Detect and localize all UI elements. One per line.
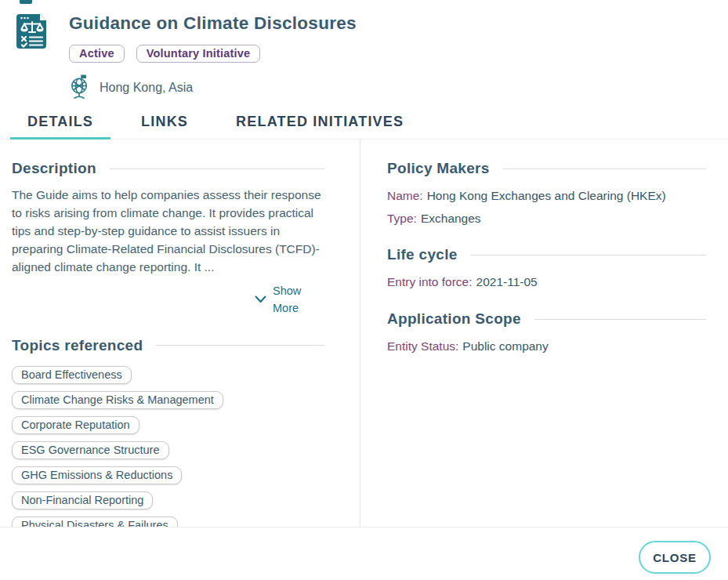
right-column: Policy Makers Name:Hong Kong Exchanges a… [360, 140, 728, 535]
guidance-document-icon [16, 13, 48, 50]
field-label: Type: [387, 212, 417, 225]
location-row: Hong Kong, Asia [69, 74, 357, 100]
tab-links[interactable]: LINKS [124, 109, 205, 140]
content: Description The Guide aims to help compa… [0, 140, 728, 535]
topic-chip-list: Board Effectiveness Climate Change Risks… [12, 366, 324, 535]
topic-chip[interactable]: GHG Emissions & Reductions [12, 466, 182, 484]
policy-makers-heading: Policy Makers [387, 160, 706, 177]
field-value: Public company [462, 339, 548, 353]
page-title: Guidance on Climate Disclosures [69, 13, 357, 34]
globe-icon [69, 74, 90, 100]
field-value: Hong Kong Exchanges and Clearing (HKEx) [427, 189, 666, 202]
field-value: 2021-11-05 [476, 275, 538, 288]
show-more-row: Show More [12, 282, 324, 317]
field-value: Exchanges [421, 212, 481, 225]
topic-chip[interactable]: Climate Change Risks & Management [12, 391, 223, 409]
topic-chip[interactable]: Board Effectiveness [12, 366, 132, 384]
status-badge: Active [69, 45, 125, 63]
detail-panel: Guidance on Climate Disclosures Active V… [0, 0, 728, 580]
tab-details[interactable]: DETAILS [10, 109, 110, 140]
field-entity-status: Entity Status:Public company [387, 335, 706, 358]
life-cycle-heading: Life cycle [387, 246, 706, 263]
life-cycle-fields: Entry into force:2021-11-05 [387, 271, 706, 294]
header-main: Guidance on Climate Disclosures Active V… [69, 11, 357, 100]
application-scope-heading: Application Scope [387, 310, 706, 328]
field-entry-into-force: Entry into force:2021-11-05 [387, 271, 706, 294]
topic-chip[interactable]: ESG Governance Structure [12, 441, 169, 459]
clipped-icon-fragment [20, 0, 32, 4]
tab-bar: DETAILS LINKS RELATED INITIATIVES [0, 109, 728, 140]
field-label: Name: [387, 189, 423, 202]
field-label: Entity Status: [387, 339, 458, 353]
type-badge: Voluntary Initiative [136, 45, 261, 63]
close-button[interactable]: CLOSE [639, 541, 711, 574]
topic-chip[interactable]: Non-Financial Reporting [12, 491, 153, 509]
description-heading: Description [12, 160, 324, 177]
field-type: Type:Exchanges [387, 208, 706, 230]
description-text: The Guide aims to help companies assess … [12, 187, 324, 277]
footer: CLOSE [0, 527, 728, 580]
show-more-label: Show More [273, 282, 307, 317]
application-scope-fields: Entity Status:Public company [387, 335, 706, 358]
chevron-down-icon [255, 295, 266, 303]
field-name: Name:Hong Kong Exchanges and Clearing (H… [387, 185, 706, 208]
policy-makers-fields: Name:Hong Kong Exchanges and Clearing (H… [387, 185, 706, 230]
field-label: Entry into force: [387, 275, 473, 288]
left-column: Description The Guide aims to help compa… [0, 140, 360, 535]
location-text: Hong Kong, Asia [100, 81, 193, 95]
header: Guidance on Climate Disclosures Active V… [0, 0, 728, 100]
tab-related-initiatives[interactable]: RELATED INITIATIVES [219, 109, 421, 140]
topic-chip[interactable]: Corporate Reputation [12, 416, 139, 434]
topics-heading: Topics referenced [12, 337, 324, 354]
badge-row: Active Voluntary Initiative [69, 45, 357, 63]
show-more-button[interactable]: Show More [255, 282, 307, 317]
